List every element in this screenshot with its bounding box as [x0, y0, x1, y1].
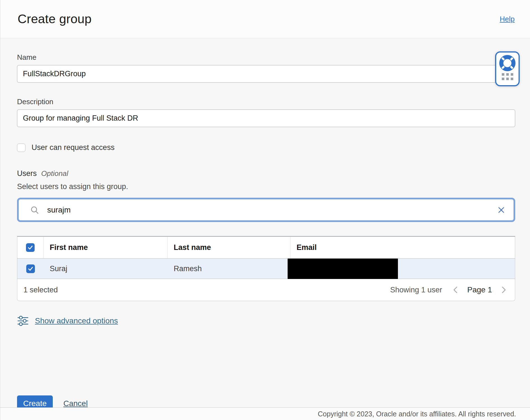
sliders-icon: [17, 315, 29, 327]
search-icon: [30, 205, 39, 215]
select-all-checkbox[interactable]: [26, 243, 35, 252]
users-table: First name Last name Email Suraj Ramesh …: [17, 236, 515, 301]
copyright-text: Copyright © 2023, Oracle and/or its affi…: [318, 410, 516, 418]
name-label: Name: [17, 53, 515, 62]
cell-last-name: Ramesh: [174, 264, 202, 273]
check-icon: [27, 244, 34, 251]
users-hint: Select users to assign this group.: [17, 182, 515, 191]
column-header-email[interactable]: Email: [297, 243, 317, 252]
selected-count: 1 selected: [23, 286, 58, 294]
page-indicator: Page 1: [467, 285, 492, 294]
cell-first-name: Suraj: [50, 264, 67, 273]
request-access-row: User can request access: [17, 143, 515, 152]
users-label: Users: [17, 169, 37, 178]
help-widget[interactable]: [495, 51, 520, 86]
users-optional-label: Optional: [41, 169, 68, 178]
table-footer: 1 selected Showing 1 user Page 1: [17, 279, 515, 301]
table-header-row: First name Last name Email: [17, 237, 515, 259]
chevron-right-icon[interactable]: [499, 286, 508, 294]
show-advanced-options-link[interactable]: Show advanced options: [35, 316, 118, 325]
cell-email: [290, 259, 515, 279]
users-section-header: Users Optional: [17, 169, 515, 178]
dialog-body: Name Description User can request access…: [0, 53, 530, 412]
page-footer: Copyright © 2023, Oracle and/or its affi…: [0, 407, 530, 420]
column-header-first-name[interactable]: First name: [50, 243, 88, 252]
cancel-link[interactable]: Cancel: [63, 399, 88, 408]
advanced-options-row: Show advanced options: [17, 315, 515, 327]
dialog-header: Create group Help: [0, 0, 530, 38]
request-access-label: User can request access: [32, 143, 114, 152]
help-link[interactable]: Help: [500, 15, 515, 23]
user-search-box: [17, 198, 515, 222]
life-ring-icon[interactable]: [499, 55, 515, 71]
pagination: Showing 1 user Page 1: [390, 285, 508, 294]
description-label: Description: [17, 97, 515, 106]
row-checkbox[interactable]: [26, 264, 35, 273]
chevron-left-icon[interactable]: [452, 286, 460, 294]
app-grid-icon[interactable]: [502, 73, 513, 80]
email-redaction-box: [288, 259, 398, 279]
description-input[interactable]: [17, 109, 515, 127]
search-input[interactable]: [47, 206, 497, 214]
request-access-checkbox[interactable]: [17, 144, 25, 152]
name-input[interactable]: [17, 65, 515, 83]
clear-search-icon[interactable]: [497, 206, 506, 214]
check-icon: [27, 266, 34, 272]
showing-count: Showing 1 user: [390, 286, 442, 294]
page-title: Create group: [18, 12, 92, 26]
table-row[interactable]: Suraj Ramesh: [17, 259, 515, 279]
column-header-last-name[interactable]: Last name: [174, 243, 211, 252]
